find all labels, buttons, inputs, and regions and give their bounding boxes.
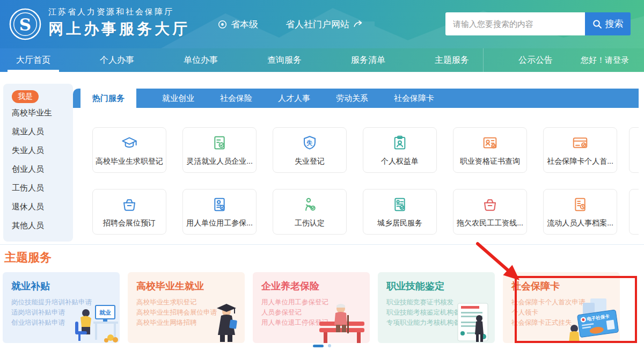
clipboard-person-icon [391, 134, 408, 154]
theme-card-link[interactable]: 社会保障卡个人首次申请 [511, 297, 620, 308]
theme-card-graduate-employment[interactable]: 高校毕业生就业 高校毕业生求职登记 高校毕业生招聘会展位申请 高校毕业生网络招聘 [128, 272, 245, 343]
sidebar-item-retired[interactable]: 退休人员 [12, 198, 73, 216]
theme-card-link[interactable]: 适岗培训补贴申请 [11, 308, 120, 318]
identity-sidebar: 我是 高校毕业生 就业人员 失业人员 创业人员 工伤人员 退休人员 其他人员 [3, 84, 73, 242]
tab-social-insurance[interactable]: 社会保险 [220, 93, 252, 104]
region-selector[interactable]: 省本级 [218, 0, 258, 48]
theme-card-link[interactable]: 岗位技能提升培训补贴申请 [11, 297, 120, 308]
portal-link[interactable]: 省人社门户网站 [286, 0, 363, 48]
tab-labor-relations[interactable]: 劳动关系 [336, 93, 368, 104]
site-titles: 江苏省人力资源和社会保障厅 网上办事服务大厅 [48, 7, 190, 39]
external-link-icon [353, 20, 363, 28]
theme-card-link[interactable]: 职业技能考核鉴定机构备案 [386, 308, 495, 318]
partial-next-card [629, 189, 639, 235]
search-button[interactable]: 搜索 [585, 12, 631, 35]
service-label: 灵活就业人员企业... [186, 157, 253, 166]
nav-item-announcements[interactable]: 公示公告 [518, 48, 553, 72]
search-bar: 搜索 [445, 12, 631, 35]
nav-item-label: 查询服务 [267, 55, 302, 64]
sidebar-item-others[interactable]: 其他人员 [12, 216, 73, 235]
personnel-archive-icon [572, 196, 589, 215]
nav-item-employer[interactable]: 单位办事 [184, 48, 218, 72]
tab-employment[interactable]: 就业创业 [162, 93, 194, 104]
service-card-social-card-apply[interactable]: 社会保障卡个人首... [543, 127, 617, 173]
injury-person-icon [301, 196, 318, 215]
service-card-personnel-archive[interactable]: 流动人员人事档案... [543, 189, 617, 235]
sidebar-item-graduates[interactable]: 高校毕业生 [12, 104, 73, 122]
theme-card-social-security-card[interactable]: 社会保障卡 社会保障卡个人首次申请 个人领卡 社会保障卡正式挂失 电子社保卡 [503, 272, 620, 343]
nav-item-label: 服务清单 [351, 55, 385, 64]
theme-card-link[interactable]: 高校毕业生网络招聘 [136, 318, 245, 328]
theme-card-link[interactable]: 用人单位退工停保登记 [261, 318, 370, 328]
sidebar-item-employed[interactable]: 就业人员 [12, 122, 73, 141]
tab-hot-services[interactable]: 热门服务 [80, 89, 136, 108]
sidebar-item-entrepreneurs[interactable]: 创业人员 [12, 160, 73, 178]
theme-card-skill-appraisal[interactable]: 职业技能鉴定 职业技能竞赛证书核发 职业技能考核鉴定机构备案 专项职业能力考核机… [378, 272, 495, 343]
service-card-job-registration[interactable]: 高校毕业生求职登记 [92, 127, 166, 173]
sidebar-item-injured[interactable]: 工伤人员 [12, 179, 73, 197]
theme-card-link[interactable]: 社会保障卡正式挂失 [511, 318, 620, 328]
svg-text:失: 失 [306, 138, 313, 146]
nav-item-label: 公示公告 [518, 55, 553, 64]
service-label: 个人权益单 [381, 157, 419, 166]
login-link[interactable]: 您好！请登录 [581, 48, 629, 72]
tab-social-card[interactable]: 社会保障卡 [394, 93, 434, 104]
theme-card-link[interactable]: 高校毕业生招聘会展位申请 [136, 308, 245, 318]
service-label: 拖欠农民工工资线... [457, 218, 523, 228]
service-card-rights-statement[interactable]: 个人权益单 [363, 127, 437, 173]
search-input[interactable] [445, 12, 585, 35]
theme-cards: 就业补贴 岗位技能提升培训补贴申请 适岗培训补贴申请 创业培训补贴申请 就业 高… [3, 272, 620, 343]
service-label: 工伤认定 [295, 218, 325, 228]
region-label: 省本级 [231, 18, 258, 31]
service-label: 招聘会展位预订 [103, 218, 156, 228]
page-title: 网上办事服务大厅 [48, 19, 190, 39]
theme-card-enterprise-pension[interactable]: 企业养老保险 用人单位用工参保登记 人员参保登记 用人单位退工停保登记 [253, 272, 370, 343]
theme-card-link[interactable]: 创业培训补贴申请 [11, 318, 120, 328]
nav-item-service-list[interactable]: 服务清单 [351, 48, 385, 72]
theme-section-title: 主题服务 [4, 250, 52, 266]
service-label: 高校毕业生求职登记 [96, 157, 163, 166]
theme-card-link[interactable]: 用人单位用工参保登记 [261, 297, 370, 308]
graduation-cap-icon [121, 134, 138, 154]
nav-item-home[interactable]: 大厅首页 [16, 48, 50, 72]
service-card-flexible-employment[interactable]: 灵活就业人员企业... [182, 127, 257, 173]
agency-logo-icon: S [9, 8, 42, 41]
social-card-icon [572, 134, 589, 154]
pagination-dot-active[interactable] [313, 345, 324, 347]
unemployment-shield-icon: 失 [301, 134, 318, 154]
theme-card-link[interactable]: 个人领卡 [511, 308, 620, 318]
service-card-certificate-query[interactable]: 职业资格证书查询 [453, 127, 527, 173]
sidebar-item-unemployed[interactable]: 失业人员 [12, 141, 73, 159]
theme-card-link[interactable]: 职业技能竞赛证书核发 [386, 297, 495, 308]
service-card-injury-determination[interactable]: 工伤认定 [273, 189, 347, 235]
nav-divider [483, 48, 484, 72]
svg-text:S: S [19, 15, 31, 34]
search-icon [592, 19, 602, 29]
theme-card-link[interactable]: 专项职业能力考核机构备案 [386, 318, 495, 328]
service-card-booth-booking[interactable]: 招聘会展位预订 [92, 189, 166, 235]
section-divider [0, 244, 644, 245]
nav-item-label: 单位办事 [184, 55, 218, 64]
partial-next-card [629, 127, 639, 173]
identity-badge: 我是 [12, 90, 39, 103]
service-label: 职业资格证书查询 [460, 157, 520, 166]
org-title: 江苏省人力资源和社会保障厅 [48, 7, 190, 17]
theme-card-link[interactable]: 人员参保登记 [261, 308, 370, 318]
wage-arrears-box-icon [481, 196, 499, 215]
nav-item-personal[interactable]: 个人办事 [100, 48, 134, 72]
certificate-card-icon [481, 134, 499, 154]
services-panel: 热门服务 就业创业 社会保险 人才人事 劳动关系 社会保障卡 高校毕业生求职登记… [73, 89, 639, 244]
service-card-unemployment-registration[interactable]: 失 失业登记 [273, 127, 347, 173]
service-card-resident-service[interactable]: 城乡居民服务 [363, 189, 437, 235]
nav-item-label: 大厅首页 [16, 55, 50, 64]
service-card-wage-arrears[interactable]: 拖欠农民工工资线... [453, 189, 527, 235]
nav-item-query[interactable]: 查询服务 [267, 48, 302, 72]
service-card-employer-insurance[interactable]: 用人单位用工参保... [182, 189, 257, 235]
tab-talent[interactable]: 人才人事 [278, 93, 310, 104]
pagination-dot[interactable] [328, 344, 331, 347]
nav-item-theme-services[interactable]: 主题服务 [435, 48, 469, 72]
booth-box-icon [121, 196, 138, 215]
theme-card-employment-subsidy[interactable]: 就业补贴 岗位技能提升培训补贴申请 适岗培训补贴申请 创业培训补贴申请 就业 [3, 272, 120, 343]
theme-card-link[interactable]: 高校毕业生求职登记 [136, 297, 245, 308]
header: S 江苏省人力资源和社会保障厅 网上办事服务大厅 省本级 省人社门户网站 搜索 [0, 0, 644, 48]
